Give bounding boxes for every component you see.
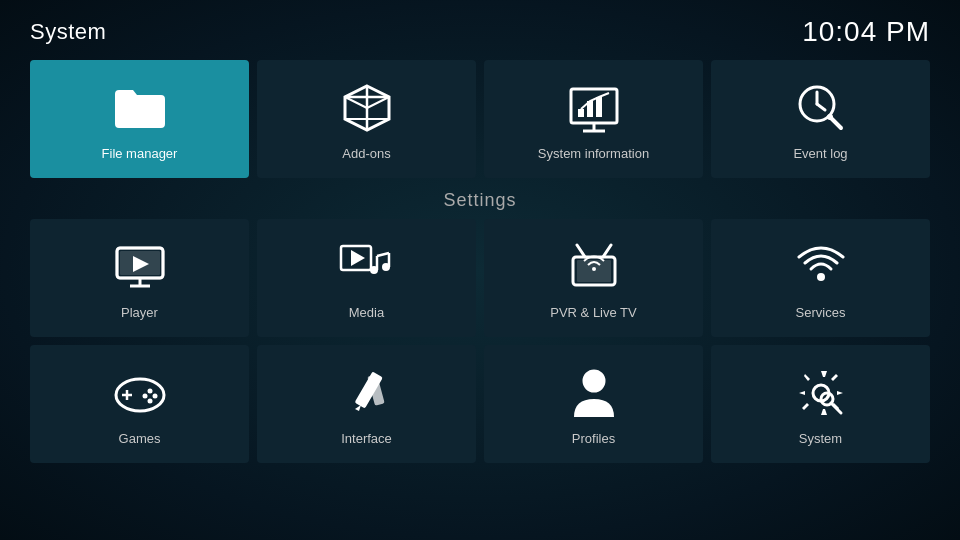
media-icon — [339, 239, 395, 295]
tile-services-label: Services — [796, 305, 846, 320]
tile-pvr-live-tv[interactable]: PVR & Live TV — [484, 219, 703, 337]
svg-point-40 — [152, 393, 157, 398]
tile-file-manager[interactable]: File manager — [30, 60, 249, 178]
svg-line-4 — [345, 97, 367, 108]
tile-system[interactable]: System — [711, 345, 930, 463]
interface-icon — [339, 365, 395, 421]
settings-row-2: Games Interface — [0, 345, 960, 463]
tile-add-ons-label: Add-ons — [342, 146, 390, 161]
svg-line-26 — [377, 253, 389, 256]
header: System 10:04 PM — [0, 0, 960, 56]
top-row: File manager Add-ons — [0, 60, 960, 178]
pvr-live-tv-icon — [566, 239, 622, 295]
tile-profiles[interactable]: Profiles — [484, 345, 703, 463]
svg-point-16 — [827, 114, 833, 120]
settings-row-1: Player Media — [0, 219, 960, 337]
file-manager-icon — [112, 80, 168, 136]
svg-line-33 — [603, 245, 611, 257]
profiles-icon — [566, 365, 622, 421]
tile-system-information[interactable]: System information — [484, 60, 703, 178]
tile-interface[interactable]: Interface — [257, 345, 476, 463]
svg-point-39 — [147, 388, 152, 393]
tile-event-log-label: Event log — [793, 146, 847, 161]
svg-point-34 — [592, 267, 596, 271]
svg-point-42 — [142, 393, 147, 398]
system-information-icon — [566, 80, 622, 136]
svg-point-41 — [147, 398, 152, 403]
tile-player[interactable]: Player — [30, 219, 249, 337]
player-icon — [112, 239, 168, 295]
tile-games-label: Games — [119, 431, 161, 446]
tile-interface-label: Interface — [341, 431, 392, 446]
svg-line-5 — [367, 97, 389, 108]
svg-rect-9 — [578, 109, 584, 117]
tile-media-label: Media — [349, 305, 384, 320]
page-title: System — [30, 19, 106, 45]
svg-point-48 — [584, 371, 604, 391]
svg-line-14 — [817, 104, 825, 110]
tile-pvr-live-tv-label: PVR & Live TV — [550, 305, 636, 320]
svg-marker-24 — [351, 250, 365, 266]
tile-player-label: Player — [121, 305, 158, 320]
tile-games[interactable]: Games — [30, 345, 249, 463]
tile-profiles-label: Profiles — [572, 431, 615, 446]
system-icon — [793, 365, 849, 421]
tile-add-ons[interactable]: Add-ons — [257, 60, 476, 178]
games-icon — [112, 365, 168, 421]
svg-rect-11 — [596, 97, 602, 117]
add-ons-icon — [339, 80, 395, 136]
svg-line-50 — [831, 403, 841, 413]
settings-heading: Settings — [0, 178, 960, 219]
event-log-icon — [793, 80, 849, 136]
svg-rect-6 — [571, 89, 617, 123]
tile-system-information-label: System information — [538, 146, 649, 161]
tile-file-manager-label: File manager — [102, 146, 178, 161]
tile-media[interactable]: Media — [257, 219, 476, 337]
svg-point-35 — [817, 273, 825, 281]
tile-event-log[interactable]: Event log — [711, 60, 930, 178]
tile-system-label: System — [799, 431, 842, 446]
clock: 10:04 PM — [802, 16, 930, 48]
services-icon — [793, 239, 849, 295]
svg-point-28 — [370, 266, 378, 274]
svg-line-32 — [577, 245, 585, 257]
svg-marker-44 — [355, 405, 361, 411]
tile-services[interactable]: Services — [711, 219, 930, 337]
svg-point-29 — [382, 263, 390, 271]
